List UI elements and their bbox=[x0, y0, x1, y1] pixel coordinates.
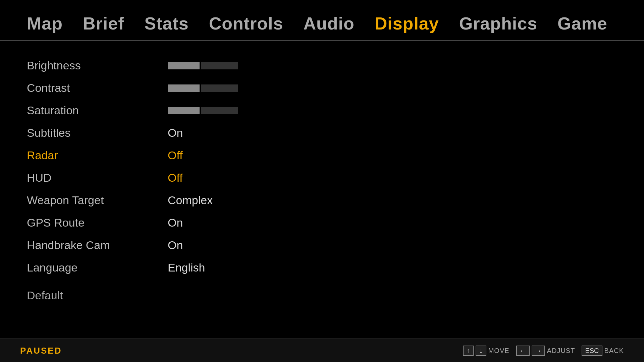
nav-game[interactable]: Game bbox=[557, 13, 607, 34]
move-label: MOVE bbox=[488, 347, 509, 355]
brightness-label: Brightness bbox=[27, 59, 168, 72]
weapon-target-row[interactable]: Weapon Target Complex bbox=[27, 189, 617, 212]
paused-label: PAUSED bbox=[20, 346, 62, 356]
radar-label: Radar bbox=[27, 149, 168, 162]
weapon-target-value: Complex bbox=[168, 194, 213, 207]
saturation-filled bbox=[168, 107, 200, 114]
nav-display[interactable]: Display bbox=[375, 13, 439, 34]
contrast-label: Contrast bbox=[27, 81, 168, 95]
subtitles-label: Subtitles bbox=[27, 126, 168, 139]
brightness-filled bbox=[168, 62, 200, 69]
up-key: ↑ bbox=[463, 346, 474, 356]
hud-value: Off bbox=[168, 171, 183, 184]
left-key: ← bbox=[516, 346, 530, 356]
adjust-label: ADJUST bbox=[547, 347, 575, 355]
default-row[interactable]: Default bbox=[27, 279, 617, 302]
bottom-bar: PAUSED ↑ ↓ MOVE ← → ADJUST ESC BACK bbox=[0, 339, 644, 362]
contrast-empty bbox=[201, 84, 238, 92]
subtitles-row[interactable]: Subtitles On bbox=[27, 122, 617, 144]
controls-hints: ↑ ↓ MOVE ← → ADJUST ESC BACK bbox=[463, 346, 624, 356]
brightness-row[interactable]: Brightness bbox=[27, 54, 617, 77]
settings-panel: Brightness Contrast Saturation Subtitles… bbox=[0, 41, 644, 315]
gps-route-label: GPS Route bbox=[27, 216, 168, 229]
radar-row[interactable]: Radar Off bbox=[27, 144, 617, 167]
gps-route-value: On bbox=[168, 216, 183, 229]
weapon-target-label: Weapon Target bbox=[27, 194, 168, 207]
brightness-empty bbox=[201, 62, 238, 69]
language-value: English bbox=[168, 261, 205, 274]
contrast-slider[interactable] bbox=[168, 84, 241, 92]
radar-value: Off bbox=[168, 149, 183, 162]
saturation-empty bbox=[201, 107, 238, 114]
hud-label: HUD bbox=[27, 171, 168, 184]
default-label: Default bbox=[27, 289, 63, 302]
language-label: Language bbox=[27, 261, 168, 274]
saturation-slider[interactable] bbox=[168, 107, 241, 114]
nav-audio[interactable]: Audio bbox=[303, 13, 354, 34]
esc-key: ESC bbox=[582, 346, 602, 356]
back-label: BACK bbox=[604, 347, 624, 355]
back-hint: ESC BACK bbox=[582, 346, 624, 356]
language-row[interactable]: Language English bbox=[27, 256, 617, 279]
down-key: ↓ bbox=[476, 346, 486, 356]
nav-graphics[interactable]: Graphics bbox=[459, 13, 537, 34]
nav-stats[interactable]: Stats bbox=[144, 13, 189, 34]
nav-bar: Map Brief Stats Controls Audio Display G… bbox=[0, 0, 644, 41]
nav-map[interactable]: Map bbox=[27, 13, 63, 34]
contrast-filled bbox=[168, 84, 200, 92]
right-key: → bbox=[532, 346, 545, 356]
handbrake-cam-label: Handbrake Cam bbox=[27, 239, 168, 252]
adjust-hint: ← → ADJUST bbox=[516, 346, 575, 356]
contrast-row[interactable]: Contrast bbox=[27, 77, 617, 99]
nav-controls[interactable]: Controls bbox=[209, 13, 283, 34]
nav-brief[interactable]: Brief bbox=[83, 13, 124, 34]
subtitles-value: On bbox=[168, 126, 183, 139]
brightness-slider[interactable] bbox=[168, 62, 241, 69]
hud-row[interactable]: HUD Off bbox=[27, 167, 617, 189]
move-hint: ↑ ↓ MOVE bbox=[463, 346, 509, 356]
saturation-row[interactable]: Saturation bbox=[27, 99, 617, 122]
saturation-label: Saturation bbox=[27, 104, 168, 117]
handbrake-cam-row[interactable]: Handbrake Cam On bbox=[27, 234, 617, 256]
gps-route-row[interactable]: GPS Route On bbox=[27, 212, 617, 234]
handbrake-cam-value: On bbox=[168, 239, 183, 252]
